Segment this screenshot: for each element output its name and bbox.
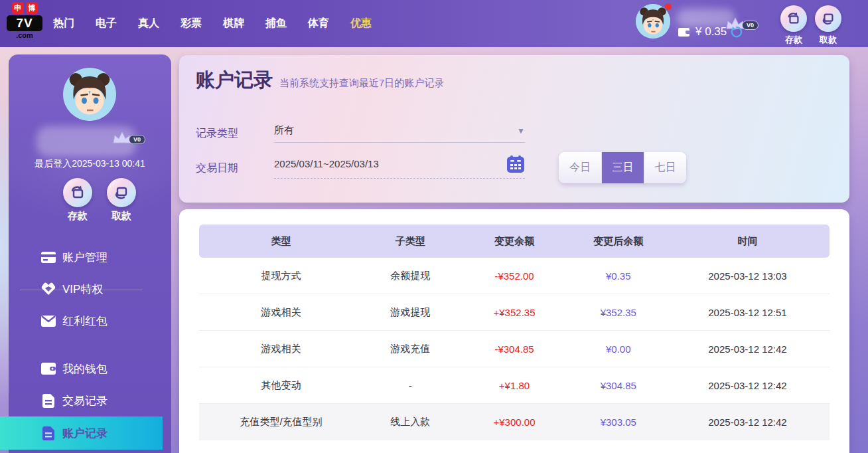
logo-name: 7V: [7, 15, 42, 31]
date-range-value: 2025/03/11~2025/03/13: [274, 158, 506, 169]
range-button-three-days[interactable]: 三日: [601, 152, 644, 183]
cell-type: 提现方式: [199, 270, 363, 282]
nav-item-live[interactable]: 真人: [137, 14, 161, 33]
range-button-seven-days[interactable]: 七日: [644, 152, 686, 183]
cell-subtype: 游戏提现: [363, 306, 458, 319]
cell-type: 充值类型/充值型别: [199, 416, 363, 428]
sidebar-deposit-button[interactable]: 存款: [57, 178, 98, 223]
page-subtitle: 当前系统支持查询最近7日的账户记录: [279, 77, 444, 90]
withdraw-label: 取款: [811, 34, 845, 46]
wallet-icon: [678, 27, 691, 37]
avatar[interactable]: [636, 4, 670, 39]
sidebar-item-transaction-records[interactable]: 交易记录: [0, 385, 163, 416]
records-table-panel: 类型 子类型 变更余额 变更后余额 时间 提现方式 余额提现 -¥352.00 …: [179, 209, 849, 453]
cell-type: 游戏相关: [199, 343, 363, 355]
table-row: 游戏相关 游戏充值 -¥304.85 ¥0.00 2025-03-12 12:4…: [199, 331, 830, 367]
cell-change-amount: +¥1.80: [458, 380, 571, 391]
cell-change-amount: +¥352.35: [458, 307, 571, 318]
cell-change-amount: -¥352.00: [458, 270, 571, 282]
sidebar-deposit-label: 存款: [57, 210, 98, 223]
column-header-change: 变更余额: [458, 235, 571, 248]
sidebar-item-my-wallet[interactable]: 我的钱包: [0, 353, 163, 385]
column-header-type: 类型: [199, 235, 363, 248]
deposit-label: 存款: [776, 34, 811, 46]
deposit-icon: [780, 5, 807, 32]
balance-amount: ¥ 0.35: [695, 25, 727, 39]
nav-item-lottery[interactable]: 彩票: [179, 14, 203, 33]
withdraw-button[interactable]: 取款: [811, 5, 845, 46]
calendar-icon[interactable]: [506, 155, 525, 173]
cell-change-amount: +¥300.00: [458, 416, 571, 428]
sidebar-vip-indicator: V0: [111, 130, 145, 145]
refresh-icon[interactable]: [731, 26, 743, 38]
range-button-today[interactable]: 今日: [559, 152, 601, 183]
main-nav: 热门 电子 真人 彩票 棋牌 捕鱼 体育 优惠: [52, 0, 373, 47]
site-logo[interactable]: 申 博 7V .com: [7, 2, 42, 39]
cell-after-balance: ¥0.00: [571, 343, 666, 355]
logo-badge-shen: 申: [12, 2, 24, 14]
withdraw-icon: [107, 178, 136, 207]
cell-type: 其他变动: [199, 379, 363, 392]
cell-subtype: 余额提现: [363, 270, 458, 282]
column-header-time: 时间: [666, 235, 830, 248]
sidebar-item-label: 账户记录: [62, 426, 108, 441]
document-icon: [41, 394, 56, 408]
nav-item-hot[interactable]: 热门: [52, 14, 76, 33]
deposit-button[interactable]: 存款: [776, 5, 811, 46]
credit-card-icon: [41, 252, 56, 263]
document-icon: [41, 426, 56, 440]
table-row: 其他变动 - +¥1.80 ¥304.85 2025-03-12 12:42: [199, 367, 830, 404]
cell-subtype: 游戏充值: [363, 343, 458, 355]
cell-time: 2025-03-12 12:42: [666, 416, 830, 428]
logo-suffix: .com: [7, 31, 42, 39]
sidebar-divider: [20, 290, 143, 290]
vip-gem-icon: [41, 282, 56, 296]
vip-badge: V0: [742, 21, 759, 30]
cell-subtype: -: [363, 380, 458, 391]
nav-item-fishing[interactable]: 捕鱼: [264, 14, 288, 33]
nav-item-cards[interactable]: 棋牌: [222, 14, 246, 33]
withdraw-icon: [815, 5, 841, 32]
nav-item-promo[interactable]: 优惠: [349, 14, 373, 33]
logo-badge-bo: 博: [26, 2, 38, 14]
table-row: 游戏相关 游戏提现 +¥352.35 ¥352.35 2025-03-12 12…: [199, 294, 830, 331]
cell-time: 2025-03-12 13:03: [666, 270, 830, 282]
sidebar-item-label: 交易记录: [62, 393, 108, 408]
record-type-value: 所有: [274, 124, 517, 137]
nav-item-sports[interactable]: 体育: [307, 14, 330, 33]
column-header-after: 变更后余额: [571, 235, 666, 248]
sidebar-item-label: VIP特权: [62, 282, 103, 297]
date-range-input[interactable]: 2025/03/11~2025/03/13: [274, 149, 525, 179]
table-row: 充值类型/充值型别 线上入款 +¥300.00 ¥303.05 2025-03-…: [199, 404, 830, 440]
sidebar-item-bonus-redpacket[interactable]: 红利红包: [0, 305, 163, 337]
sidebar-withdraw-button[interactable]: 取款: [101, 178, 142, 223]
cell-after-balance: ¥303.05: [571, 416, 666, 428]
cell-after-balance: ¥0.35: [571, 270, 666, 282]
avatar-image: [636, 4, 670, 39]
sidebar-item-vip-privileges[interactable]: VIP特权: [0, 273, 163, 305]
cell-time: 2025-03-12 12:51: [666, 307, 830, 318]
nav-item-slots[interactable]: 电子: [94, 14, 118, 33]
cell-type: 游戏相关: [199, 306, 363, 319]
wallet-icon: [41, 363, 56, 375]
cell-time: 2025-03-12 12:42: [666, 343, 830, 355]
chevron-down-icon: ▼: [517, 126, 525, 136]
page-title: 账户记录: [196, 67, 273, 94]
last-login-text: 最后登入2025-03-13 00:41: [9, 158, 171, 170]
column-header-subtype: 子类型: [363, 235, 458, 248]
sidebar-item-account-records[interactable]: 账户记录: [0, 416, 163, 450]
sidebar-withdraw-label: 取款: [101, 210, 142, 223]
deposit-icon: [63, 178, 92, 207]
sidebar-item-label: 账户管理: [62, 250, 108, 265]
sidebar-item-label: 我的钱包: [62, 361, 108, 377]
page-header: 账户记录 当前系统支持查询最近7日的账户记录: [196, 67, 444, 94]
notification-dot: [665, 3, 672, 10]
date-range-label: 交易日期: [196, 161, 238, 175]
record-type-select[interactable]: 所有 ▼: [274, 119, 525, 143]
sidebar-item-account-management[interactable]: 账户管理: [0, 241, 163, 273]
sidebar-avatar[interactable]: [63, 68, 116, 121]
filter-panel: 账户记录 当前系统支持查询最近7日的账户记录 记录类型 所有 ▼ 交易日期 20…: [179, 55, 849, 203]
balance-row: ¥ 0.35: [678, 25, 743, 39]
date-range-quick-buttons: 今日 三日 七日: [559, 152, 686, 183]
cell-change-amount: -¥304.85: [458, 343, 571, 355]
